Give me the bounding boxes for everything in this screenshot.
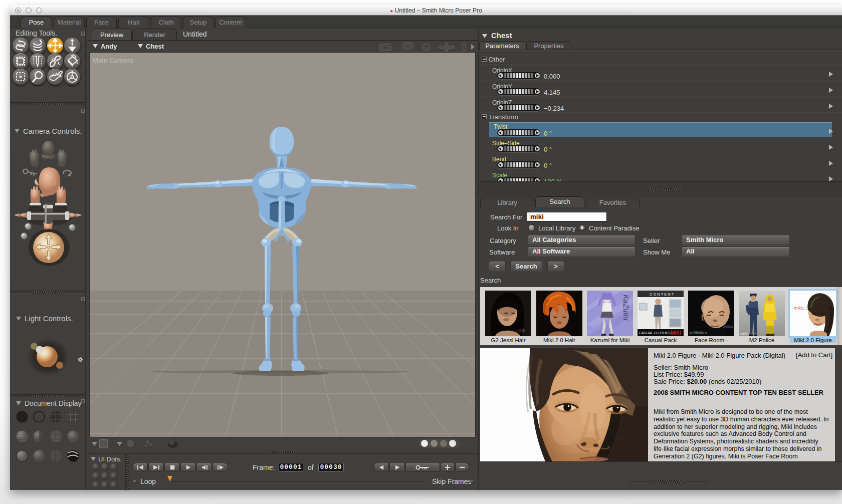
svg-text:KaZumi: KaZumi [622,295,630,321]
svg-text:miki2.0: miki2.0 [794,306,808,311]
svg-text:CASUAL CLOTHES: CASUAL CLOTHES [639,331,671,335]
svg-text:CONTENT: CONTENT [650,292,675,297]
svg-text:miki2: miki2 [515,328,525,333]
svg-text:JAMES: JAMES [723,325,733,328]
svg-text:MIKI: MIKI [671,330,681,336]
svg-text:smithmicro: smithmicro [690,331,707,334]
svg-text:smithmicro: smithmicro [740,332,757,335]
